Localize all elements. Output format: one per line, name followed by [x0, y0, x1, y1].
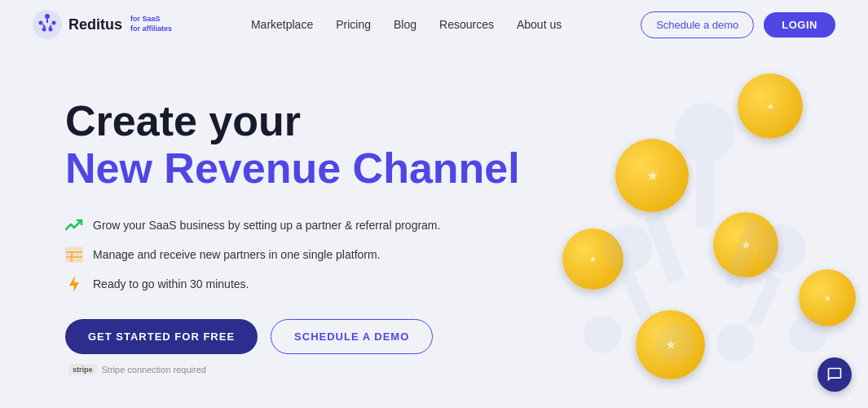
- svg-point-3: [52, 21, 56, 25]
- svg-point-22: [584, 316, 621, 353]
- logo-tag2: for affiliates: [130, 24, 172, 34]
- login-button[interactable]: LOGIN: [764, 12, 835, 38]
- svg-point-25: [789, 316, 826, 353]
- hero-features: Grow your SaaS business by setting up a …: [65, 216, 538, 293]
- feature-text-2: Manage and receive new partners in one s…: [93, 248, 381, 261]
- feature-item-1: Grow your SaaS business by setting up a …: [65, 216, 538, 234]
- get-started-button[interactable]: GET STARTED FOR FREE: [65, 319, 258, 354]
- hero-content: Create your New Revenue Channel Grow you…: [65, 98, 538, 375]
- manage-icon: [65, 246, 83, 264]
- svg-rect-15: [697, 159, 714, 228]
- growth-icon: [65, 216, 83, 234]
- svg-rect-6: [46, 19, 48, 23]
- svg-rect-17: [725, 219, 764, 289]
- hero-title-line1: Create your: [65, 98, 538, 144]
- svg-point-14: [675, 103, 735, 163]
- nav-links: Marketplace Pricing Blog Resources About…: [251, 18, 562, 31]
- svg-point-2: [39, 21, 43, 25]
- bg-tree-watermark: [518, 82, 868, 408]
- logo-tag1: for SaaS: [130, 15, 172, 24]
- stripe-badge: stripe: [68, 364, 97, 375]
- svg-rect-9: [66, 247, 82, 262]
- feature-item-3: Ready to go within 30 minutes.: [65, 275, 538, 293]
- stripe-note: stripe Stripe connection required: [68, 364, 538, 375]
- svg-marker-13: [69, 276, 79, 292]
- feature-text-3: Ready to go within 30 minutes.: [93, 277, 249, 290]
- schedule-a-demo-button[interactable]: SCHEDULE A DEMO: [271, 319, 433, 354]
- nav-actions: Schedule a demo LOGIN: [641, 11, 835, 38]
- hero-title-line2: New Revenue Channel: [65, 145, 538, 192]
- feature-text-1: Grow your SaaS business by setting up a …: [93, 219, 440, 232]
- feature-item-2: Manage and receive new partners in one s…: [65, 246, 538, 264]
- nav-about[interactable]: About us: [517, 18, 562, 31]
- logo[interactable]: Reditus for SaaS for affiliates: [33, 10, 172, 39]
- lightning-icon: [65, 275, 83, 293]
- svg-rect-21: [747, 274, 782, 326]
- chat-icon: [826, 366, 843, 383]
- hero-section: Create your New Revenue Channel Grow you…: [0, 49, 868, 408]
- hero-buttons: GET STARTED FOR FREE SCHEDULE A DEMO: [65, 319, 538, 354]
- svg-rect-20: [619, 268, 654, 321]
- svg-point-18: [604, 224, 652, 273]
- svg-point-19: [758, 224, 806, 273]
- logo-tags: for SaaS for affiliates: [130, 15, 172, 33]
- nav-blog[interactable]: Blog: [394, 18, 416, 31]
- stripe-text: Stripe connection required: [102, 365, 206, 375]
- chat-button[interactable]: [817, 357, 852, 392]
- svg-point-4: [42, 28, 46, 32]
- nav-resources[interactable]: Resources: [439, 18, 494, 31]
- logo-icon: [33, 10, 62, 39]
- svg-point-1: [45, 14, 50, 19]
- navbar: Reditus for SaaS for affiliates Marketpl…: [0, 0, 868, 49]
- logo-name: Reditus: [68, 16, 122, 33]
- schedule-demo-button[interactable]: Schedule a demo: [641, 11, 754, 38]
- nav-pricing[interactable]: Pricing: [336, 18, 371, 31]
- nav-marketplace[interactable]: Marketplace: [251, 18, 313, 31]
- svg-point-24: [716, 324, 754, 361]
- svg-point-23: [656, 324, 694, 361]
